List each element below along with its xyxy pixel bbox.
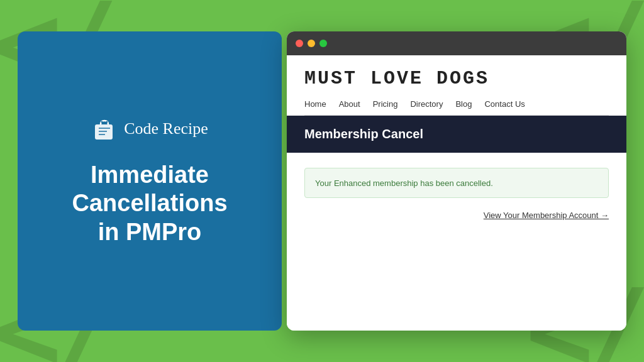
title-line-2: Cancellations [72,190,227,216]
minimize-button-dot[interactable] [308,40,315,47]
site-logo: MUST LOVE DOGS [304,68,609,89]
main-title: Immediate Cancellations in PMPro [72,161,227,247]
close-button-dot[interactable] [296,40,303,47]
svg-point-5 [106,121,108,123]
recipe-book-icon [91,116,118,142]
nav-item-blog[interactable]: Blog [455,99,472,109]
browser-content: MUST LOVE DOGS Home About Pricing Direct… [287,55,626,331]
nav-item-home[interactable]: Home [304,99,326,109]
nav-item-about[interactable]: About [339,99,360,109]
page-title: Membership Cancel [304,127,423,141]
page-header-bar: Membership Cancel [287,116,626,153]
success-message-text: Your Enhanced membership has been cancel… [315,178,493,188]
logo-text: Code Recipe [124,119,208,138]
nav-item-pricing[interactable]: Pricing [373,99,398,109]
success-message-box: Your Enhanced membership has been cancel… [304,168,609,198]
membership-account-link[interactable]: View Your Membership Account → [304,211,609,220]
title-line-1: Immediate [91,162,209,188]
svg-rect-0 [95,124,113,140]
browser-window: MUST LOVE DOGS Home About Pricing Direct… [287,31,626,331]
browser-chrome [287,31,626,55]
site-nav: Home About Pricing Directory Blog Contac… [304,99,609,116]
content-area: Your Enhanced membership has been cancel… [287,153,626,235]
logo-area: Code Recipe [91,116,208,142]
title-line-3: in PMPro [98,219,202,245]
nav-item-directory[interactable]: Directory [410,99,443,109]
svg-point-4 [101,121,103,123]
nav-item-contact[interactable]: Contact Us [484,99,525,109]
left-panel: Code Recipe Immediate Cancellations in P… [18,31,282,331]
maximize-button-dot[interactable] [319,40,327,47]
site-header: MUST LOVE DOGS Home About Pricing Direct… [287,55,626,116]
